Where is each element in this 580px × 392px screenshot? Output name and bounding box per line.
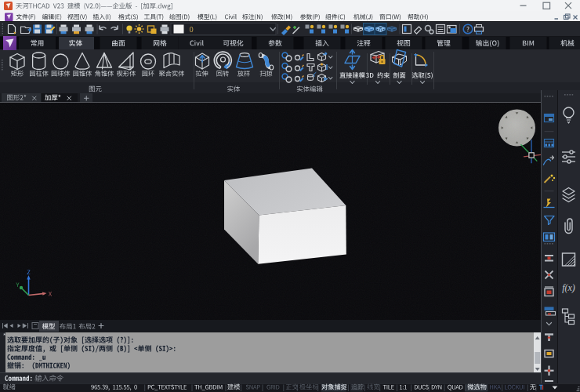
svg-text:f(x): f(x) [562, 282, 575, 293]
